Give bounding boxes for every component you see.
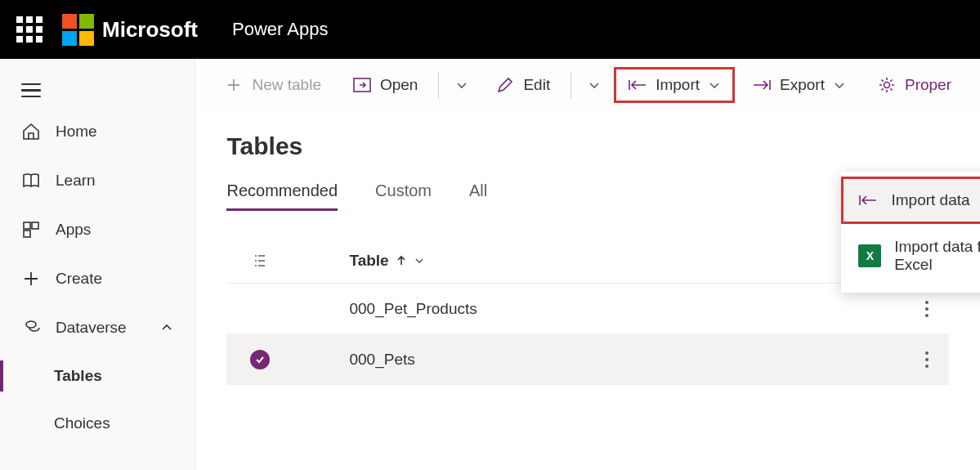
- export-button[interactable]: Export: [738, 67, 860, 103]
- microsoft-logo: Microsoft: [62, 14, 198, 46]
- top-bar: Microsoft Power Apps: [0, 0, 980, 59]
- sidebar-item-home[interactable]: Home: [0, 107, 195, 156]
- table-row[interactable]: 000_Pets: [226, 334, 949, 385]
- svg-point-5: [925, 301, 929, 304]
- arrow-up-icon: [396, 255, 407, 266]
- open-chevron[interactable]: [445, 67, 478, 103]
- svg-point-10: [925, 365, 929, 368]
- tabs: Recommended Custom All: [226, 181, 949, 211]
- gear-icon: [877, 75, 897, 95]
- cmd-label: Export: [780, 76, 825, 94]
- svg-rect-1: [32, 222, 38, 229]
- dropdown-item-import-data[interactable]: Import data: [841, 177, 980, 224]
- more-vertical-icon: [924, 300, 929, 318]
- column-header-table[interactable]: Table: [289, 252, 424, 270]
- sidebar-item-label: Learn: [56, 172, 96, 190]
- edit-chevron[interactable]: [578, 67, 611, 103]
- excel-icon: X: [858, 244, 881, 267]
- dropdown-item-label: Import data: [891, 191, 969, 209]
- import-button[interactable]: Import: [614, 67, 735, 103]
- row-name: 000_Pet_Products: [289, 300, 477, 318]
- column-header-label: Table: [349, 252, 388, 270]
- hamburger-icon: [21, 83, 41, 98]
- open-button[interactable]: Open: [338, 67, 432, 103]
- properties-button[interactable]: Proper: [863, 67, 965, 103]
- sidebar-item-label: Choices: [54, 414, 110, 432]
- cmd-label: Edit: [523, 76, 550, 94]
- app-launcher-icon[interactable]: [16, 16, 43, 43]
- cmd-label: Import: [656, 76, 700, 94]
- svg-point-8: [925, 351, 929, 355]
- list-icon: [252, 253, 268, 269]
- sidebar-toggle[interactable]: [0, 59, 195, 107]
- row-more-button[interactable]: [924, 300, 929, 318]
- open-icon: [352, 75, 372, 95]
- dropdown-item-label: Import data from Excel: [894, 238, 980, 274]
- chevron-down-icon: [455, 78, 468, 92]
- more-vertical-icon: [924, 351, 929, 369]
- svg-point-9: [925, 358, 929, 361]
- main-area: New table Open Edit: [195, 59, 980, 470]
- tab-custom[interactable]: Custom: [375, 181, 432, 211]
- sidebar-item-learn[interactable]: Learn: [0, 156, 195, 205]
- cmd-label: Open: [380, 76, 418, 94]
- microsoft-squares-icon: [62, 14, 94, 46]
- sidebar-item-apps[interactable]: Apps: [0, 205, 195, 254]
- import-icon: [858, 190, 878, 210]
- import-dropdown: Import data X Import data from Excel: [841, 172, 980, 293]
- cmd-label: New table: [252, 76, 321, 94]
- export-icon: [752, 75, 772, 95]
- chevron-down-icon: [833, 78, 846, 92]
- sidebar-item-choices[interactable]: Choices: [0, 400, 195, 447]
- row-name: 000_Pets: [289, 351, 414, 369]
- chevron-up-icon: [160, 321, 173, 334]
- svg-rect-0: [24, 222, 30, 229]
- sidebar-item-tables[interactable]: Tables: [0, 352, 195, 400]
- sidebar-item-label: Create: [56, 270, 102, 288]
- cmd-label: Proper: [905, 76, 951, 94]
- row-checkbox[interactable]: [231, 350, 289, 369]
- dropdown-item-import-excel[interactable]: X Import data from Excel: [841, 224, 980, 288]
- page-title: Tables: [226, 132, 949, 160]
- new-table-button[interactable]: New table: [210, 67, 335, 103]
- table-row[interactable]: 000_Pet_Products: [226, 284, 949, 334]
- dataverse-icon: [21, 318, 41, 338]
- apps-icon: [21, 220, 41, 239]
- check-circle-icon: [250, 350, 270, 369]
- sidebar-item-label: Home: [56, 123, 97, 141]
- column-select[interactable]: [231, 253, 289, 269]
- app-name: Power Apps: [232, 19, 328, 40]
- svg-rect-2: [24, 231, 30, 237]
- tab-all[interactable]: All: [469, 181, 487, 211]
- tab-recommended[interactable]: Recommended: [226, 181, 338, 211]
- book-icon: [21, 171, 41, 190]
- plus-icon: [21, 269, 41, 289]
- separator: [438, 71, 439, 99]
- row-more-button[interactable]: [924, 351, 929, 369]
- brand-text: Microsoft: [102, 17, 198, 43]
- import-icon: [628, 75, 647, 95]
- plus-icon: [224, 75, 244, 95]
- command-bar: New table Open Edit: [195, 59, 980, 111]
- table-header: Table: [226, 252, 949, 284]
- sidebar-item-label: Apps: [56, 221, 91, 239]
- svg-point-7: [925, 314, 929, 317]
- chevron-down-icon: [414, 255, 425, 266]
- svg-point-4: [884, 83, 889, 88]
- sidebar: Home Learn Apps Create D: [0, 59, 195, 470]
- chevron-down-icon: [588, 78, 601, 92]
- sidebar-item-dataverse[interactable]: Dataverse: [0, 303, 195, 352]
- svg-point-6: [925, 307, 929, 311]
- separator: [571, 71, 571, 99]
- edit-button[interactable]: Edit: [481, 67, 564, 103]
- sidebar-item-create[interactable]: Create: [0, 254, 195, 303]
- sidebar-item-label: Dataverse: [56, 319, 127, 337]
- pencil-icon: [495, 75, 515, 95]
- home-icon: [21, 122, 41, 141]
- chevron-down-icon: [708, 78, 721, 92]
- sidebar-item-label: Tables: [54, 367, 102, 385]
